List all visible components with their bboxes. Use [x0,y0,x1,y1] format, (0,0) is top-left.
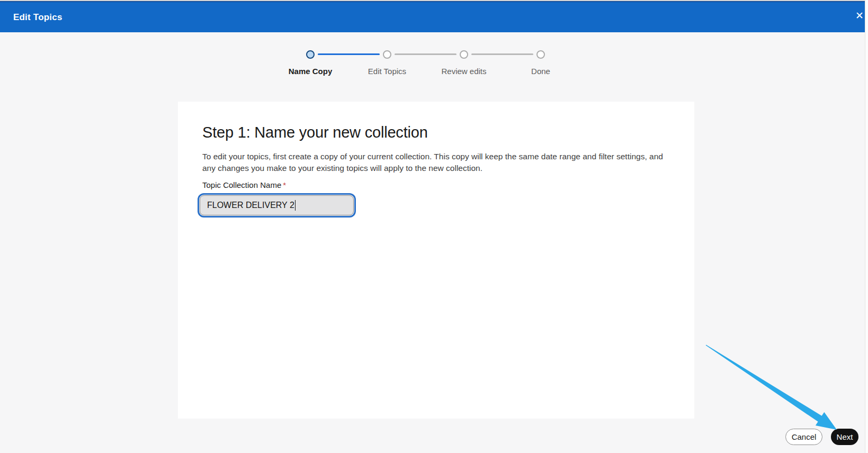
step-indicator-review-edits [460,50,468,59]
step-connector-2 [395,53,457,55]
step-1-card: Step 1: Name your new collection To edit… [178,102,694,419]
step-indicator-edit-topics [383,50,391,59]
step-connector-3 [471,53,533,55]
step-label-done: Done [498,67,583,76]
collection-name-value: FLOWER DELIVERY 2 [207,201,294,210]
step-label-review-edits: Review edits [422,67,506,76]
step-indicator-name-copy [306,50,315,59]
arrow-shape [706,345,837,430]
collection-name-label: Topic Collection Name* [202,180,286,189]
edit-topics-modal: Edit Topics ✕ Name Copy Edit Topics Revi… [0,0,868,453]
step-label-edit-topics: Edit Topics [345,67,429,76]
modal-header: Edit Topics [0,2,868,32]
cancel-button[interactable]: Cancel [785,429,822,445]
step-indicator-done [536,50,545,59]
text-caret [295,200,296,211]
step-heading: Step 1: Name your new collection [202,123,428,142]
step-description: To edit your topics, first create a copy… [202,151,667,174]
required-asterisk: * [283,180,286,189]
window-right-edge [865,0,868,453]
collection-name-input[interactable]: FLOWER DELIVERY 2 [200,195,354,215]
modal-title: Edit Topics [13,12,62,23]
next-button[interactable]: Next [831,429,858,445]
step-connector-1 [318,53,380,55]
step-label-name-copy: Name Copy [268,67,353,76]
